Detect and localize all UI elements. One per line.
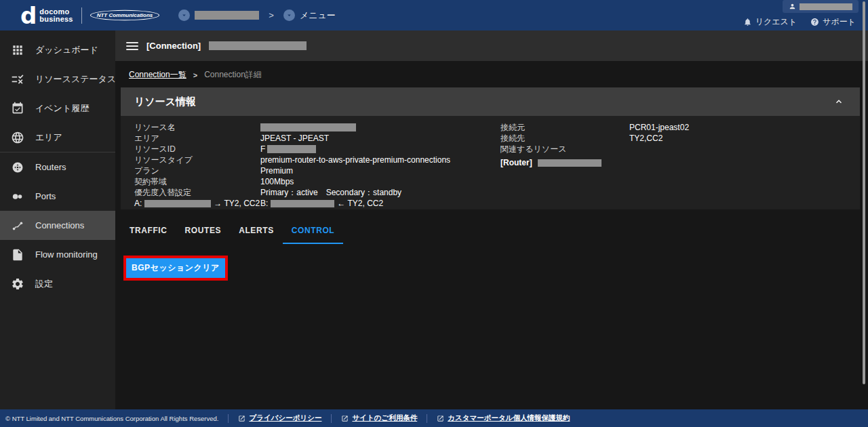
related-router-link[interactable]: [Router] — [500, 158, 689, 167]
vertical-scrollbar[interactable] — [863, 1, 865, 384]
bgp-session-clear-button[interactable]: BGPセッションクリア — [126, 258, 225, 278]
menu-dropdown[interactable]: メニュー — [283, 9, 336, 22]
panel-right-column: 接続元 PCR01-jpeast02 接続先 TY2,CC2 関連するリソース … — [500, 122, 689, 167]
person-icon — [789, 3, 796, 10]
ntt-communications-logo: NTT Communications — [90, 10, 160, 20]
field-resource-id: リソースID F — [134, 144, 860, 155]
terms-of-use-link[interactable]: サイトのご利用条件 — [341, 413, 417, 423]
tab-routes[interactable]: ROUTES — [176, 222, 231, 244]
ports-icon — [11, 190, 24, 203]
request-button[interactable]: リクエスト — [743, 16, 797, 28]
topbar-actions: リクエスト サポート — [743, 16, 856, 28]
resource-id-redacted — [267, 145, 316, 153]
control-tab-content: BGPセッションクリア — [121, 244, 860, 281]
sidebar-item-routers[interactable]: Routers — [0, 152, 115, 182]
sidebar-item-flow-monitoring[interactable]: Flow monitoring — [0, 240, 115, 269]
collapse-panel-button[interactable] — [834, 97, 844, 106]
external-link-icon — [341, 415, 349, 422]
rule-icon — [11, 73, 24, 86]
docomo-logo-icon: d — [20, 5, 37, 26]
footer-divider — [331, 414, 332, 423]
sidebar-item-ports[interactable]: Ports — [0, 182, 115, 211]
user-name-redacted — [800, 3, 852, 10]
logo-divider — [81, 7, 82, 24]
apps-icon — [11, 43, 24, 57]
sidebar-item-settings[interactable]: 設定 — [0, 269, 115, 298]
app-footer: © NTT Limited and NTT Communications Cor… — [0, 409, 868, 427]
sidebar-item-resource-status[interactable]: リソースステータス — [0, 64, 115, 94]
field-related-resources: 関連するリソース — [500, 144, 689, 155]
route-a: A: → TY2, CC2 — [134, 198, 260, 209]
help-circle-icon — [810, 18, 819, 26]
chevron-down-circle-icon — [283, 9, 295, 21]
gear-icon — [11, 277, 24, 291]
resource-info-panel-header: リソース情報 — [121, 87, 860, 116]
route-b-redacted — [271, 200, 334, 207]
field-connection-source: 接続元 PCR01-jpeast02 — [500, 122, 689, 133]
external-link-icon — [437, 415, 444, 422]
sidebar-item-dashboard[interactable]: ダッシュボード — [0, 35, 115, 64]
organization-selector[interactable] — [178, 9, 259, 21]
app-header: d docomo business NTT Communications > メ… — [0, 0, 868, 30]
menu-dropdown-label: メニュー — [300, 9, 336, 22]
breadcrumb: Connection一覧 > Connection詳細 — [129, 69, 860, 81]
breadcrumb-current: Connection詳細 — [204, 69, 262, 81]
sidebar-item-event-history[interactable]: イベント履歴 — [0, 94, 115, 123]
field-resource-name: リソース名 — [134, 122, 860, 133]
tab-alerts[interactable]: ALERTS — [230, 222, 283, 244]
router-icon — [11, 161, 24, 174]
breadcrumb-separator: > — [193, 71, 197, 79]
connection-curve-icon — [11, 219, 24, 232]
copyright-text: © NTT Limited and NTT Communications Cor… — [5, 415, 218, 422]
page-title: [Connection] — [146, 41, 201, 51]
docomo-business-wordmark: docomo business — [39, 8, 73, 23]
topbar-separator: > — [269, 10, 274, 20]
event-check-icon — [11, 102, 24, 115]
field-plan: プラン Premium — [134, 165, 860, 176]
tab-traffic[interactable]: TRAFFIC — [121, 222, 176, 244]
detail-tabs: TRAFFIC ROUTES ALERTS CONTROL — [121, 222, 860, 244]
sidebar-item-connections[interactable]: Connections — [0, 211, 115, 240]
breadcrumb-connection-list-link[interactable]: Connection一覧 — [129, 69, 186, 81]
related-router-name-redacted — [538, 159, 601, 167]
chevron-down-circle-icon — [178, 9, 190, 21]
personal-info-policy-link[interactable]: カスタマーポータル個人情報保護規約 — [437, 413, 570, 423]
red-highlight-annotation: BGPセッションクリア — [123, 256, 228, 281]
field-contract-bandwidth: 契約帯域 100Mbps — [134, 176, 860, 187]
field-priority-setting: 優先度入替設定 Primary：active Secondary：standby — [134, 187, 860, 198]
hamburger-menu-icon[interactable] — [126, 42, 138, 50]
footer-divider — [427, 414, 427, 423]
route-a-redacted — [144, 200, 211, 207]
footer-divider — [228, 414, 229, 423]
field-connection-destination: 接続先 TY2,CC2 — [500, 133, 689, 144]
resource-info-panel: リソース情報 リソース名 エリア JPEAST - JPEAST — [121, 87, 860, 209]
support-button[interactable]: サポート — [810, 16, 856, 28]
external-link-icon — [238, 415, 245, 422]
sidebar-item-area[interactable]: エリア — [0, 123, 115, 152]
organization-name-redacted — [195, 11, 259, 20]
document-icon — [11, 248, 24, 262]
globe-icon — [11, 131, 24, 144]
sidebar-nav: ダッシュボード リソースステータス イベント履歴 エリア Routers Por… — [0, 30, 115, 409]
tab-control[interactable]: CONTROL — [283, 222, 344, 244]
resource-name-redacted — [260, 123, 356, 131]
app-root: d docomo business NTT Communications > メ… — [0, 0, 868, 427]
panel-title: リソース情報 — [134, 96, 196, 108]
priority-routes-line: A: → TY2, CC2 B: ← TY2, CC2 — [134, 198, 860, 209]
route-b: B: ← TY2, CC2 — [260, 198, 387, 209]
field-area: エリア JPEAST - JPEAST — [134, 133, 860, 144]
connection-name-redacted — [209, 41, 307, 50]
main-content: [Connection] Connection一覧 > Connection詳細… — [115, 30, 868, 409]
chevron-up-icon — [834, 97, 844, 106]
privacy-policy-link[interactable]: プライバシーポリシー — [238, 413, 321, 423]
field-resource-type: リソースタイプ premium-router-to-aws-private-pr… — [134, 155, 860, 165]
user-account-badge[interactable] — [783, 0, 859, 13]
resource-info-panel-body: リソース名 エリア JPEAST - JPEAST リソースID F リソースタ… — [121, 116, 860, 209]
bell-icon — [743, 18, 752, 26]
page-title-bar: [Connection] — [115, 30, 868, 61]
